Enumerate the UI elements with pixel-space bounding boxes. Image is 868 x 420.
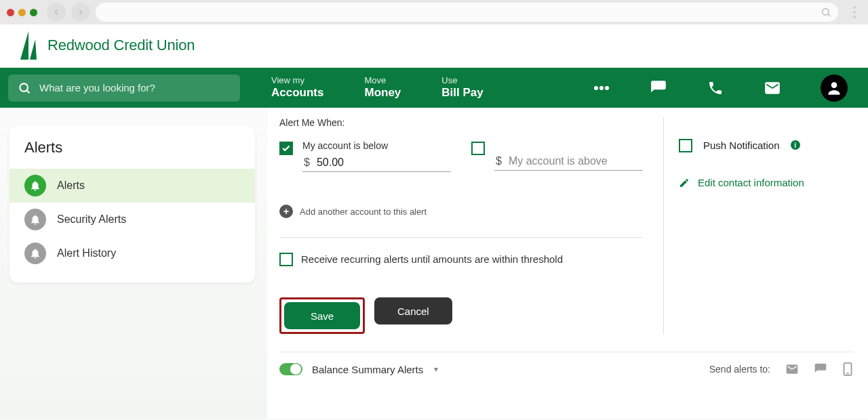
below-amount-input[interactable]: $ 50.00 bbox=[302, 154, 451, 172]
more-icon[interactable] bbox=[593, 79, 610, 97]
nav-label-top: View my bbox=[271, 76, 323, 86]
svg-point-9 bbox=[831, 82, 837, 88]
search-icon bbox=[821, 7, 831, 18]
browser-menu-button[interactable] bbox=[848, 6, 861, 18]
window-minimize-icon[interactable] bbox=[18, 9, 26, 16]
mail-icon[interactable] bbox=[785, 362, 799, 376]
sidebar-item-label: Alert History bbox=[57, 247, 116, 259]
button-row: Save Cancel bbox=[279, 297, 643, 334]
sidebar-item-label: Alerts bbox=[57, 180, 85, 192]
nav-accounts[interactable]: View my Accounts bbox=[271, 76, 337, 99]
search-icon bbox=[18, 81, 31, 95]
balance-summary-toggle[interactable] bbox=[279, 363, 302, 375]
save-button[interactable]: Save bbox=[284, 302, 360, 329]
recurring-label: Receive recurring alerts until amounts a… bbox=[301, 253, 563, 265]
brand-name: Redwood Credit Union bbox=[47, 37, 195, 54]
divider bbox=[279, 237, 643, 238]
balance-summary-row: Balance Summary Alerts ▾ Send alerts to: bbox=[279, 352, 853, 377]
sidebar-item-alert-history[interactable]: Alert History bbox=[9, 236, 255, 270]
browser-chrome bbox=[0, 0, 868, 24]
main-content: Alerts Alerts Security Alerts Alert Hist… bbox=[0, 108, 868, 419]
below-label: My account is below bbox=[302, 140, 451, 151]
push-checkbox[interactable] bbox=[679, 139, 692, 152]
chevron-down-icon[interactable]: ▾ bbox=[434, 364, 438, 374]
alert-me-when-label: Alert Me When: bbox=[279, 117, 643, 128]
threshold-row: My account is below $ 50.00 $ bbox=[279, 140, 643, 172]
browser-forward-button[interactable] bbox=[71, 3, 90, 22]
svg-point-0 bbox=[823, 9, 829, 15]
above-placeholder: My account is above bbox=[509, 155, 642, 167]
nav-label-bottom: Money bbox=[364, 86, 401, 100]
chat-icon[interactable] bbox=[650, 79, 667, 97]
above-checkbox[interactable] bbox=[471, 142, 485, 155]
svg-point-6 bbox=[594, 86, 598, 90]
svg-marker-2 bbox=[20, 31, 28, 60]
sidebar-item-security-alerts[interactable]: Security Alerts bbox=[9, 203, 255, 236]
sidebar-container: Alerts Alerts Security Alerts Alert Hist… bbox=[0, 108, 267, 419]
cancel-button[interactable]: Cancel bbox=[374, 297, 452, 324]
svg-point-7 bbox=[599, 86, 604, 90]
config-column: Alert Me When: My account is below $ 50.… bbox=[279, 117, 663, 334]
svg-point-4 bbox=[20, 83, 28, 91]
brand-header: Redwood Credit Union bbox=[0, 24, 868, 68]
site-search-input[interactable] bbox=[39, 82, 231, 93]
sms-icon[interactable] bbox=[814, 362, 827, 376]
add-account-link[interactable]: + Add another account to this alert bbox=[279, 205, 643, 218]
svg-line-1 bbox=[828, 14, 830, 16]
send-alerts-to-group: Send alerts to: bbox=[709, 362, 853, 377]
brand-logo-icon bbox=[20, 31, 41, 60]
save-highlight-box: Save bbox=[279, 297, 365, 334]
balance-summary-label: Balance Summary Alerts bbox=[312, 364, 423, 375]
recurring-row: Receive recurring alerts until amounts a… bbox=[279, 251, 643, 266]
sidebar-title: Alerts bbox=[9, 139, 255, 169]
svg-point-8 bbox=[605, 86, 609, 90]
edit-contact-label: Edit contact information bbox=[698, 177, 804, 188]
site-search[interactable] bbox=[8, 75, 240, 102]
window-maximize-icon[interactable] bbox=[30, 9, 37, 16]
browser-back-button[interactable] bbox=[47, 3, 66, 22]
info-icon[interactable]: i bbox=[791, 140, 800, 150]
svg-marker-3 bbox=[30, 39, 37, 60]
profile-avatar[interactable] bbox=[821, 75, 848, 102]
above-amount-input[interactable]: $ My account is above bbox=[494, 152, 643, 171]
below-checkbox[interactable] bbox=[279, 142, 293, 155]
pencil-icon bbox=[679, 177, 690, 188]
sidebar-item-label: Security Alerts bbox=[57, 213, 126, 226]
sidebar-item-alerts[interactable]: Alerts bbox=[9, 169, 255, 203]
nav-billpay[interactable]: Use Bill Pay bbox=[441, 76, 496, 99]
alerts-card: Alerts Alerts Security Alerts Alert Hist… bbox=[9, 125, 255, 282]
nav-label-top: Move bbox=[364, 76, 401, 86]
push-notification-row: Push Notification i bbox=[679, 138, 853, 152]
traffic-lights bbox=[7, 9, 37, 16]
nav-label-top: Use bbox=[441, 76, 483, 86]
above-threshold: $ My account is above bbox=[471, 140, 643, 172]
delivery-column: Push Notification i Edit contact informa… bbox=[663, 117, 853, 334]
mobile-icon[interactable] bbox=[842, 362, 853, 377]
primary-nav: View my Accounts Move Money Use Bill Pay bbox=[0, 68, 868, 108]
alert-config-panel: Alert Me When: My account is below $ 50.… bbox=[267, 108, 868, 419]
nav-icon-group bbox=[593, 75, 860, 102]
add-account-label: Add another account to this alert bbox=[300, 207, 427, 217]
browser-address-bar[interactable] bbox=[96, 3, 838, 22]
send-to-label: Send alerts to: bbox=[709, 364, 770, 375]
below-amount-value: 50.00 bbox=[317, 156, 450, 169]
dollar-icon: $ bbox=[496, 155, 502, 167]
dollar-icon: $ bbox=[304, 156, 310, 169]
phone-icon[interactable] bbox=[707, 79, 724, 97]
below-threshold: My account is below $ 50.00 bbox=[279, 140, 451, 172]
balance-summary-toggle-group: Balance Summary Alerts ▾ bbox=[279, 363, 438, 375]
plus-circle-icon: + bbox=[279, 205, 293, 218]
push-label: Push Notification bbox=[703, 140, 780, 151]
window-close-icon[interactable] bbox=[7, 9, 14, 16]
recurring-checkbox[interactable] bbox=[279, 253, 293, 266]
nav-label-bottom: Accounts bbox=[271, 86, 323, 100]
mail-icon[interactable] bbox=[764, 79, 781, 97]
edit-contact-link[interactable]: Edit contact information bbox=[679, 177, 853, 188]
svg-line-5 bbox=[27, 90, 30, 93]
nav-label-bottom: Bill Pay bbox=[441, 86, 483, 100]
bell-icon bbox=[24, 243, 46, 264]
bell-icon bbox=[24, 175, 46, 196]
bell-icon bbox=[24, 209, 46, 230]
nav-money[interactable]: Move Money bbox=[364, 76, 414, 99]
